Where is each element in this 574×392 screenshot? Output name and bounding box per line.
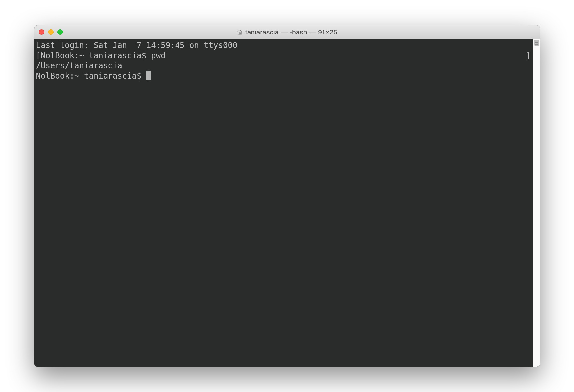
zoom-button[interactable] — [57, 29, 63, 35]
terminal-area: Last login: Sat Jan 7 14:59:45 on ttys00… — [34, 39, 540, 367]
entered-command: pwd — [151, 51, 165, 60]
shell-prompt: NolBook:~ taniarascia$ — [36, 71, 146, 81]
minimize-button[interactable] — [48, 29, 54, 35]
close-button[interactable] — [39, 29, 44, 35]
title-bar[interactable]: taniarascia — -bash — 91×25 — [34, 25, 540, 39]
terminal-output[interactable]: Last login: Sat Jan 7 14:59:45 on ttys00… — [34, 39, 533, 367]
shell-prompt: NolBook:~ taniarascia$ — [41, 51, 151, 60]
terminal-window: taniarascia — -bash — 91×25 Last login: … — [34, 25, 540, 367]
window-title-text: taniarascia — -bash — 91×25 — [245, 28, 337, 36]
scrollbar[interactable] — [533, 39, 540, 367]
prompt-bracket-left: [ — [36, 51, 41, 60]
svg-rect-0 — [239, 33, 240, 34]
prompt-line-2: NolBook:~ taniarascia$ — [36, 71, 531, 81]
traffic-lights — [34, 29, 63, 35]
scrollbar-thumb-icon[interactable] — [534, 40, 539, 46]
prompt-line-1: [NolBook:~ taniarascia$ pwd] — [36, 51, 531, 61]
window-title: taniarascia — -bash — 91×25 — [34, 28, 540, 36]
command-output: /Users/taniarascia — [36, 61, 531, 71]
cursor-icon — [146, 71, 151, 80]
last-login-line: Last login: Sat Jan 7 14:59:45 on ttys00… — [36, 40, 531, 51]
home-icon — [237, 29, 243, 35]
prompt-bracket-right: ] — [526, 51, 531, 61]
